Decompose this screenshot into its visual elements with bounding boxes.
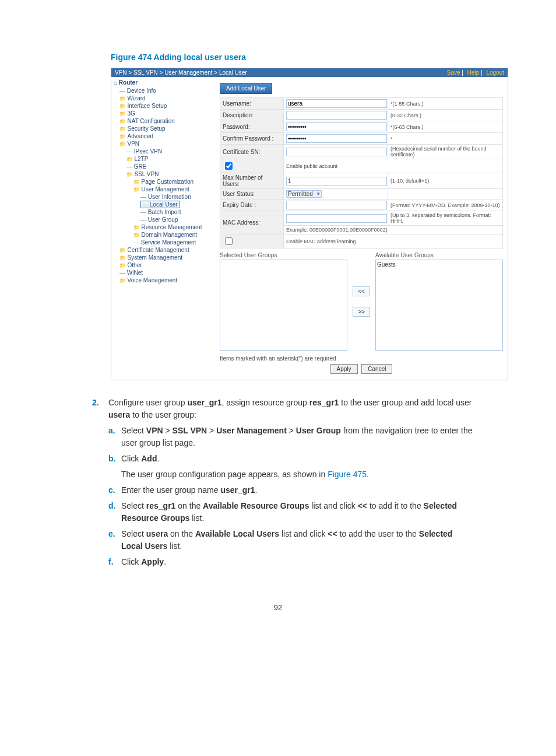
nav-user-info[interactable]: User Information: [140, 193, 213, 201]
top-links: Save | Help | Logout: [445, 69, 504, 76]
substep-a-mark: a.: [108, 425, 121, 449]
max-users-hint: (1-10, default=1): [388, 173, 503, 189]
nav-domain-mgmt[interactable]: Domain Management: [133, 231, 213, 239]
substep-e-text: Select usera on the Available Local User…: [121, 528, 474, 552]
expiry-input[interactable]: [286, 201, 387, 209]
move-right-button[interactable]: >>: [353, 307, 370, 317]
list-item-guests[interactable]: Guests: [377, 261, 501, 268]
confirm-password-input[interactable]: [286, 134, 387, 143]
cancel-button[interactable]: Cancel: [361, 364, 392, 374]
nav-security-setup[interactable]: Security Setup: [119, 125, 213, 132]
password-hint: *(6-63 Chars.): [388, 121, 503, 133]
nav-3g[interactable]: 3G: [119, 110, 213, 117]
substep-c-text: Enter the user group name user_gr1.: [121, 484, 474, 496]
enable-mac-check[interactable]: [225, 237, 233, 245]
substep-b-mark: b.: [108, 453, 121, 481]
substep-f-text: Click Apply.: [121, 556, 474, 568]
cert-sn-hint: (Hexadecimal serial number of the bound …: [388, 145, 503, 159]
breadcrumb-bar: VPN > SSL VPN > User Management > Local …: [111, 68, 508, 77]
selected-groups-list[interactable]: [220, 260, 347, 351]
available-groups-header: Available User Groups: [375, 252, 503, 258]
description-hint: (0-32 Chars.): [388, 110, 503, 121]
add-local-user-button[interactable]: Add Local User: [220, 83, 272, 94]
username-label: Username:: [220, 98, 284, 110]
main-panel: Add Local User Username: *(1-55 Chars.) …: [215, 77, 508, 380]
nav-interface-setup[interactable]: Interface Setup: [119, 102, 213, 110]
apply-button[interactable]: Apply: [330, 364, 358, 374]
nav-service-mgmt[interactable]: Service Management: [133, 239, 213, 246]
nav-gre[interactable]: GRE: [126, 163, 213, 170]
substep-d-text: Select res_gr1 on the Available Resource…: [121, 500, 474, 524]
nav-user-mgmt[interactable]: User Management: [133, 186, 213, 193]
figure-475-link[interactable]: Figure 475: [328, 470, 367, 479]
nav-resource-mgmt[interactable]: Resource Management: [133, 223, 213, 231]
nav-l2tp[interactable]: L2TP: [126, 155, 213, 163]
cert-sn-label: Certificate SN:: [220, 145, 284, 159]
enable-mac-label: Enable MAC address learning: [284, 235, 503, 249]
substep-d-mark: d.: [108, 500, 121, 524]
step-text: Configure user group user_gr1, assign re…: [108, 397, 474, 421]
mac-example: Example: 00E00000F0001,00E0000F0002): [284, 226, 503, 235]
substep-c-mark: c.: [108, 484, 121, 496]
nav-local-user[interactable]: Local User: [140, 201, 180, 208]
save-link[interactable]: Save: [447, 69, 460, 76]
password-input[interactable]: [286, 123, 387, 131]
nav-batch-import[interactable]: Batch Import: [140, 208, 213, 216]
substep-b-text: Click Add. The user group configuration …: [121, 453, 474, 481]
nav-nat-config[interactable]: NAT Configuration: [119, 117, 213, 125]
nav-voice-mgmt[interactable]: Voice Management: [119, 276, 213, 284]
nav-vpn[interactable]: VPN: [119, 140, 213, 148]
substep-a-text: Select VPN > SSL VPN > User Management >…: [121, 425, 474, 449]
description-label: Description:: [220, 110, 284, 121]
move-left-button[interactable]: <<: [353, 286, 370, 296]
available-groups-list[interactable]: Guests: [375, 260, 503, 351]
mac-input[interactable]: [286, 214, 387, 223]
dual-list: Selected User Groups << >> Available Use…: [220, 252, 503, 351]
breadcrumb-path: VPN > SSL VPN > User Management > Local …: [115, 69, 247, 76]
screenshot-panel: VPN > SSL VPN > User Management > Local …: [111, 68, 508, 380]
nav-sys-mgmt[interactable]: System Management: [119, 254, 213, 261]
mac-hint: (Up to 3, separated by semicolons. Forma…: [388, 211, 503, 226]
nav-other[interactable]: Other: [119, 261, 213, 269]
max-users-label: Max Number of Users:: [220, 173, 284, 189]
figure-caption: Figure 474 Adding local user usera: [111, 52, 509, 62]
logout-link[interactable]: Logout: [486, 69, 504, 76]
description-input[interactable]: [286, 111, 387, 120]
substep-f-mark: f.: [108, 556, 121, 568]
max-users-input[interactable]: [286, 177, 387, 186]
enable-public-label: Enable public account: [284, 159, 503, 173]
cert-sn-input[interactable]: [286, 148, 387, 156]
instructions: 2. Configure user group user_gr1, assign…: [92, 397, 474, 568]
required-note: Items marked with an asterisk(*) are req…: [220, 355, 503, 362]
page-number: 92: [47, 603, 509, 612]
password-label: Password:: [220, 121, 284, 133]
selected-groups-header: Selected User Groups: [220, 252, 347, 258]
substep-e-mark: e.: [108, 528, 121, 552]
username-input[interactable]: [286, 99, 387, 108]
expiry-label: Expiry Date :: [220, 200, 284, 211]
mac-label: MAC Address:: [220, 211, 284, 235]
username-hint: *(1-55 Chars.): [388, 98, 503, 110]
user-form: Username: *(1-55 Chars.) Description: (0…: [220, 97, 503, 249]
enable-public-check[interactable]: [225, 162, 233, 170]
nav-wizard[interactable]: Wizard: [119, 94, 213, 102]
help-link[interactable]: Help: [467, 69, 480, 76]
nav-tree: Router Device Info Wizard Interface Setu…: [111, 77, 215, 380]
nav-advanced[interactable]: Advanced: [119, 132, 213, 140]
nav-ipsec-vpn[interactable]: IPsec VPN: [126, 148, 213, 155]
user-status-select[interactable]: Permitted: [286, 190, 322, 198]
nav-cert-mgmt[interactable]: Certificate Management: [119, 246, 213, 254]
expiry-hint: (Format: YYYY-MM-DD. Example: 2009-10-10…: [388, 200, 503, 211]
nav-root[interactable]: Router: [114, 79, 213, 86]
nav-winet[interactable]: WiNet: [119, 269, 213, 276]
user-status-label: User Status:: [220, 189, 284, 200]
confirm-password-label: Confirm Password :: [220, 133, 284, 145]
nav-device-info[interactable]: Device Info: [119, 87, 213, 94]
confirm-password-hint: *: [388, 133, 503, 145]
nav-page-custom[interactable]: Page Customization: [133, 178, 213, 186]
nav-user-group[interactable]: User Group: [140, 216, 213, 223]
nav-ssl-vpn[interactable]: SSL VPN: [126, 170, 213, 178]
step-number: 2.: [92, 397, 108, 421]
